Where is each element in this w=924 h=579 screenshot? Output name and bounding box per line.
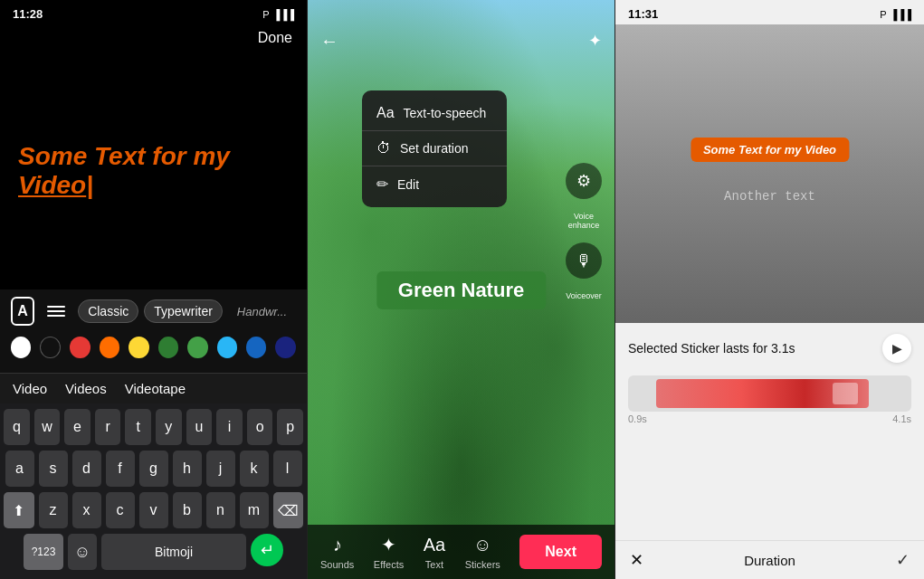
color-yellow[interactable] xyxy=(129,337,148,358)
color-red[interactable] xyxy=(70,337,90,358)
timeline-start: 0.9s xyxy=(628,413,647,424)
edit-label: Edit xyxy=(397,177,419,192)
key-l[interactable]: l xyxy=(273,451,302,487)
keyboard[interactable]: q w e r t y u i o p a s d f g h j k l ⬆ … xyxy=(0,403,307,579)
key-f[interactable]: f xyxy=(106,451,135,487)
context-edit[interactable]: ✏ Edit xyxy=(362,166,507,202)
style-classic[interactable]: Classic xyxy=(78,299,138,323)
close-button[interactable]: ✕ xyxy=(630,550,643,570)
star-icon[interactable]: ✦ xyxy=(588,31,602,51)
done-button[interactable]: Done xyxy=(258,30,292,46)
key-p[interactable]: p xyxy=(277,409,303,445)
key-o[interactable]: o xyxy=(247,409,273,445)
key-i[interactable]: i xyxy=(216,409,243,445)
check-icon[interactable]: ✓ xyxy=(896,550,910,570)
line3 xyxy=(47,315,65,317)
key-numbers[interactable]: ?123 xyxy=(24,534,63,570)
voiceover-text-label: Voiceover xyxy=(566,291,602,300)
key-a[interactable]: a xyxy=(5,451,34,487)
color-dark-blue[interactable] xyxy=(275,337,295,358)
font-icon[interactable]: A xyxy=(11,297,34,326)
key-d[interactable]: d xyxy=(72,451,101,487)
preview-another-text: Another text xyxy=(724,189,815,204)
timeline-container: 0.9s 4.1s xyxy=(615,368,924,430)
status-bar-2 xyxy=(308,0,614,11)
color-blue[interactable] xyxy=(246,337,266,358)
edit-icon: ✏ xyxy=(376,176,388,193)
mic-icon-symbol: 🎙 xyxy=(576,252,592,271)
key-backspace[interactable]: ⌫ xyxy=(273,492,304,528)
key-y[interactable]: y xyxy=(156,409,182,445)
status-bar-1: 11:28 P ▐▐▐ xyxy=(0,0,307,24)
nav-effects[interactable]: ✦ Effects xyxy=(374,534,404,570)
timeline-highlight xyxy=(833,383,858,404)
key-s[interactable]: s xyxy=(39,451,68,487)
line1 xyxy=(47,306,65,308)
text-toolbar: A Classic Typewriter Handwr... xyxy=(0,290,307,373)
signal-icon: ▐▐▐ xyxy=(273,9,294,20)
status-signal-icon: ▐▐▐ xyxy=(891,9,911,20)
key-j[interactable]: j xyxy=(206,451,235,487)
voiceover-label: Voiceenhance xyxy=(568,212,600,230)
key-x[interactable]: x xyxy=(72,492,101,528)
next-button[interactable]: Next xyxy=(519,535,602,569)
back-button[interactable]: ← xyxy=(320,31,338,52)
nav-stickers[interactable]: ☺ Stickers xyxy=(465,535,500,570)
status-time-3: 11:31 xyxy=(628,7,658,21)
key-b[interactable]: b xyxy=(173,492,202,528)
color-green2[interactable] xyxy=(187,337,207,358)
color-orange[interactable] xyxy=(100,337,119,358)
key-m[interactable]: m xyxy=(240,492,269,528)
tts-label: Text-to-speech xyxy=(404,106,487,120)
play-button[interactable]: ▶ xyxy=(882,334,911,363)
microphone-icon[interactable]: 🎙 xyxy=(566,242,602,279)
key-space[interactable]: Bitmoji xyxy=(101,534,246,570)
key-w[interactable]: w xyxy=(34,409,61,445)
key-shift[interactable]: ⬆ xyxy=(4,492,34,528)
duration-title: Duration xyxy=(744,553,795,568)
nav-sounds[interactable]: ♪ Sounds xyxy=(320,535,354,570)
timeline-bar[interactable] xyxy=(628,375,911,412)
key-enter[interactable]: ↵ xyxy=(251,534,283,566)
key-k[interactable]: k xyxy=(240,451,269,487)
style-handwriting[interactable]: Handwr... xyxy=(228,301,296,322)
key-v[interactable]: v xyxy=(139,492,168,528)
autocomplete-videos[interactable]: Videos xyxy=(65,381,107,396)
sticker-label[interactable]: Green Nature xyxy=(376,271,546,309)
timeline-fill xyxy=(656,379,869,408)
duration-label: Set duration xyxy=(400,141,469,156)
color-white[interactable] xyxy=(11,337,31,358)
voice-enhance-icon[interactable]: ⚙ xyxy=(566,163,602,199)
status-bar-3: 11:31 P ▐▐▐ xyxy=(615,0,924,24)
key-h[interactable]: h xyxy=(173,451,202,487)
key-n[interactable]: n xyxy=(206,492,235,528)
color-black[interactable] xyxy=(40,337,61,358)
color-green[interactable] xyxy=(158,337,178,358)
key-c[interactable]: c xyxy=(106,492,135,528)
autocomplete-videotape[interactable]: Videotape xyxy=(125,381,186,396)
key-u[interactable]: u xyxy=(186,409,213,445)
nav-text[interactable]: Aa Text xyxy=(424,535,445,570)
key-q[interactable]: q xyxy=(4,409,30,445)
context-set-duration[interactable]: ⏱ Set duration xyxy=(362,131,507,166)
bottom-nav: ♪ Sounds ✦ Effects Aa Text ☺ Stickers Ne… xyxy=(308,525,614,579)
text-preview: Some Text for my Video| xyxy=(18,142,289,200)
text-canvas[interactable]: Some Text for my Video| xyxy=(0,52,307,290)
autocomplete-video[interactable]: Video xyxy=(13,381,47,396)
key-t[interactable]: t xyxy=(125,409,151,445)
timeline-end: 4.1s xyxy=(892,413,911,424)
text-icon: Aa xyxy=(424,535,445,555)
key-emoji[interactable]: ☺ xyxy=(68,534,97,570)
key-row-4: ?123 ☺ Bitmoji ↵ xyxy=(4,534,303,570)
context-text-to-speech[interactable]: Aa Text-to-speech xyxy=(362,96,507,131)
key-r[interactable]: r xyxy=(95,409,121,445)
align-icon[interactable] xyxy=(43,302,69,320)
key-g[interactable]: g xyxy=(139,451,168,487)
key-z[interactable]: z xyxy=(39,492,68,528)
timeline-labels: 0.9s 4.1s xyxy=(628,412,911,426)
style-options: Classic Typewriter Handwr... xyxy=(78,299,296,323)
key-e[interactable]: e xyxy=(64,409,90,445)
style-typewriter[interactable]: Typewriter xyxy=(144,299,223,323)
context-menu: Aa Text-to-speech ⏱ Set duration ✏ Edit xyxy=(362,90,507,207)
color-blue-light[interactable] xyxy=(217,337,237,358)
